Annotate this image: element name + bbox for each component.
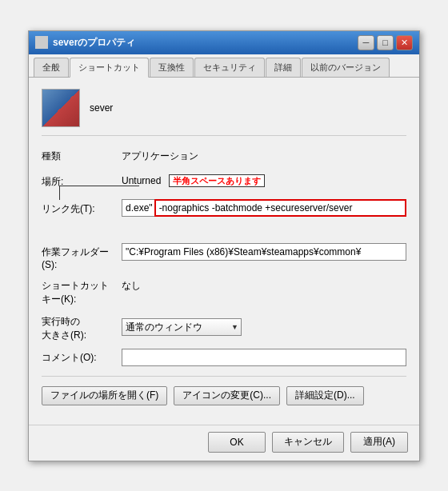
- location-row: 場所: Unturned 半角スペースあります: [42, 173, 406, 192]
- runsize-row: 実行時の大きさ(R): 通常のウィンドウ 最小化 最大化: [42, 313, 406, 342]
- tab-content: sever 種類 アプリケーション 場所: Unturned 半角スペースありま…: [29, 78, 419, 425]
- comment-label: コメント(O):: [42, 349, 122, 365]
- location-label: 場所:: [42, 173, 122, 189]
- type-label: 種類: [42, 147, 122, 163]
- type-row: 種類 アプリケーション: [42, 147, 406, 166]
- link-label: リンク先(T):: [42, 200, 122, 216]
- minimize-button[interactable]: ─: [358, 35, 374, 50]
- cancel-button[interactable]: キャンセル: [272, 432, 344, 453]
- tab-detail[interactable]: 詳細: [266, 58, 301, 77]
- tab-compat[interactable]: 互換性: [150, 58, 194, 77]
- link-input[interactable]: -nographics -batchmode +secureserver/sev…: [154, 199, 406, 217]
- runsize-select-wrapper: 通常のウィンドウ 最小化 最大化: [122, 318, 242, 336]
- window-title: severのプロパティ: [53, 36, 135, 50]
- link-input-container: d.exe" -nographics -batchmode +secureser…: [122, 199, 406, 217]
- app-icon: [42, 89, 80, 127]
- footer-buttons: OK キャンセル 適用(A): [29, 425, 419, 461]
- comment-input[interactable]: [122, 349, 406, 366]
- maximize-button[interactable]: □: [377, 35, 394, 50]
- workdir-row: 作業フォルダー(S):: [42, 243, 406, 270]
- tabs-bar: 全般 ショートカット 互換性 セキュリティ 詳細 以前のバージョン: [29, 54, 419, 78]
- advanced-settings-button[interactable]: 詳細設定(D)...: [286, 386, 364, 405]
- workdir-input[interactable]: [122, 243, 406, 261]
- app-name: sever: [90, 102, 113, 114]
- type-value: アプリケーション: [122, 147, 406, 163]
- link-row-wrapper: リンク先(T): d.exe" -nographics -batchmode +…: [42, 198, 406, 218]
- change-icon-button[interactable]: アイコンの変更(C)...: [174, 386, 280, 405]
- title-buttons: ─ □ ✕: [358, 35, 413, 50]
- shortcut-row: ショートカットキー(K): なし: [42, 277, 406, 306]
- annotation-h-line: [59, 186, 139, 186]
- runsize-label: 実行時の大きさ(R):: [42, 313, 122, 342]
- tab-general[interactable]: 全般: [34, 58, 69, 77]
- comment-row: コメント(O):: [42, 349, 406, 368]
- ok-button[interactable]: OK: [208, 432, 266, 453]
- properties-window: severのプロパティ ─ □ ✕ 全般 ショートカット 互換性 セキュリティ …: [28, 30, 420, 461]
- tab-security[interactable]: セキュリティ: [194, 58, 265, 77]
- window-icon: [35, 36, 48, 49]
- close-button[interactable]: ✕: [396, 35, 413, 50]
- title-bar-left: severのプロパティ: [35, 36, 135, 50]
- shortcut-value: なし: [122, 277, 406, 293]
- tab-previous[interactable]: 以前のバージョン: [302, 58, 390, 77]
- link-row: リンク先(T): d.exe" -nographics -batchmode +…: [42, 198, 406, 218]
- annotation-bubble: 半角スペースあります: [169, 174, 265, 187]
- tab-shortcut[interactable]: ショートカット: [70, 58, 149, 78]
- app-header: sever: [42, 89, 406, 136]
- link-prefix: d.exe": [122, 199, 154, 217]
- action-buttons: ファイルの場所を開く(F) アイコンの変更(C)... 詳細設定(D)...: [42, 386, 406, 405]
- location-value: Unturned 半角スペースあります: [122, 173, 406, 187]
- title-bar: severのプロパティ ─ □ ✕: [29, 31, 419, 54]
- workdir-label: 作業フォルダー(S):: [42, 243, 122, 270]
- divider: [42, 376, 406, 377]
- apply-button[interactable]: 適用(A): [350, 432, 408, 453]
- annotation-v-line: [59, 186, 60, 200]
- runsize-select[interactable]: 通常のウィンドウ 最小化 最大化: [122, 318, 242, 336]
- open-location-button[interactable]: ファイルの場所を開く(F): [42, 386, 167, 405]
- shortcut-label: ショートカットキー(K):: [42, 277, 122, 306]
